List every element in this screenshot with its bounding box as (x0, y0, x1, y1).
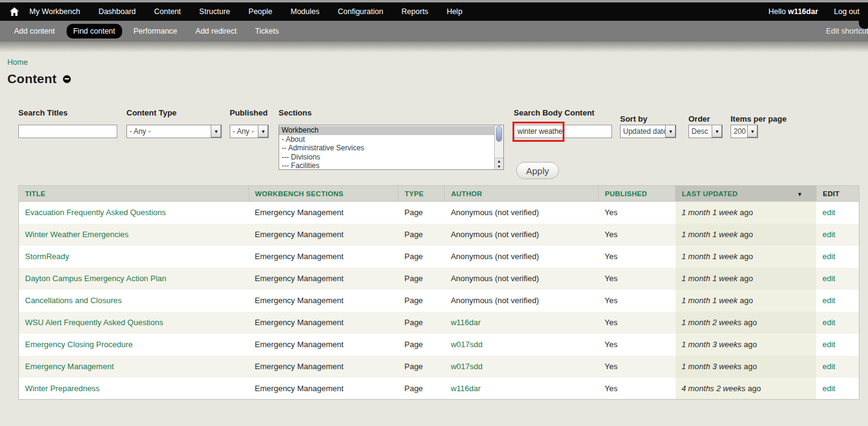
shortcut-item-add-redirect[interactable]: Add redirect (189, 24, 243, 39)
table-row: Winter PreparednessEmergency ManagementP… (19, 378, 859, 400)
toolbar-item-people[interactable]: People (249, 7, 272, 16)
scrollbar-thumb[interactable] (496, 126, 502, 142)
title-link[interactable]: Cancellations and Closures (25, 296, 122, 305)
cell-type: Page (398, 246, 445, 268)
sections-listbox[interactable]: Workbench- About-- Administrative Servic… (279, 125, 504, 170)
edit-link[interactable]: edit (822, 208, 835, 217)
search-body-input[interactable] (514, 125, 612, 138)
title-link[interactable]: WSU Alert Frequently Asked Questions (25, 318, 163, 327)
column-header-published[interactable]: PUBLISHED (599, 186, 676, 202)
cell-author: Anonymous (not verified) (445, 268, 599, 290)
edit-link[interactable]: edit (822, 296, 835, 305)
home-icon[interactable] (7, 6, 21, 18)
updated-relative-time: 1 month 1 week (682, 252, 738, 261)
scroll-down-icon[interactable]: ▼ (497, 164, 501, 169)
cell-workbench-section: Emergency Management (249, 312, 398, 334)
logout-link[interactable]: Log out (834, 7, 859, 16)
table-header-row: TITLE WORKBENCH SECTIONS TYPE AUTHOR PUB… (19, 186, 859, 202)
edit-link[interactable]: edit (822, 230, 835, 239)
edit-link[interactable]: edit (822, 252, 835, 261)
title-link[interactable]: Winter Preparedness (25, 384, 100, 393)
section-option-administrative-services[interactable]: -- Administrative Services (279, 144, 494, 153)
section-option-facilities[interactable]: --- Facilities (279, 161, 494, 169)
published-select[interactable]: - Any - ▼ (230, 125, 269, 138)
column-header-author[interactable]: AUTHOR (445, 186, 599, 202)
toolbar-item-structure[interactable]: Structure (199, 7, 230, 16)
edit-link[interactable]: edit (822, 362, 835, 371)
edit-link[interactable]: edit (822, 384, 835, 393)
cell-published: Yes (599, 202, 676, 224)
apply-button[interactable]: Apply (516, 162, 559, 179)
items-per-page-select[interactable]: 200 ▼ (731, 125, 758, 138)
author-link[interactable]: w017sdd (451, 362, 483, 371)
column-header-workbench-sections[interactable]: WORKBENCH SECTIONS (249, 186, 398, 202)
edit-link[interactable]: edit (822, 318, 835, 327)
cell-edit: edit (816, 246, 859, 268)
toolbar-item-configuration[interactable]: Configuration (338, 7, 383, 16)
sort-by-label: Sort by (620, 114, 647, 123)
author-link[interactable]: w017sdd (451, 340, 483, 349)
author-link[interactable]: w116dar (451, 318, 481, 327)
content-type-select[interactable]: - Any - ▼ (126, 125, 222, 138)
search-body-label: Search Body Content (514, 108, 594, 117)
scroll-up-icon[interactable]: ▲ (497, 158, 501, 164)
title-link[interactable]: Emergency Management (25, 362, 114, 371)
column-header-type[interactable]: TYPE (398, 186, 445, 202)
cell-type: Page (398, 202, 445, 224)
updated-relative-time: 1 month 1 week (682, 296, 738, 305)
published-value: - Any - (230, 127, 258, 136)
order-select[interactable]: Desc ▼ (688, 125, 723, 138)
page-header: Home Content (0, 53, 868, 86)
admin-toolbar: My WorkbenchDashboardContentStructurePeo… (0, 2, 868, 21)
edit-shortcuts-link[interactable]: Edit shortcuts (826, 21, 868, 42)
toolbar-item-modules[interactable]: Modules (291, 7, 319, 16)
toolbar-item-help[interactable]: Help (447, 7, 462, 16)
cell-author: w017sdd (445, 356, 599, 378)
section-option-about[interactable]: - About (279, 135, 494, 144)
author-link[interactable]: w116dar (451, 384, 481, 393)
search-titles-input[interactable] (18, 125, 117, 138)
cell-author: Anonymous (not verified) (445, 290, 599, 312)
title-link[interactable]: Winter Weather Emergencies (25, 230, 129, 239)
sections-label: Sections (279, 108, 312, 117)
edit-link[interactable]: edit (822, 274, 835, 283)
title-link[interactable]: Emergency Closing Procedure (25, 340, 133, 349)
table-body: Evacuation Frequently Asked QuestionsEme… (19, 202, 859, 400)
chevron-down-icon: ▼ (258, 125, 268, 138)
shortcut-item-find-content[interactable]: Find content (67, 24, 122, 39)
scrollbar-arrows[interactable]: ▲▼ (495, 158, 503, 169)
cell-type: Page (398, 378, 445, 400)
title-link[interactable]: Evacuation Frequently Asked Questions (25, 208, 166, 217)
collapse-descriptions-icon[interactable] (63, 75, 71, 83)
cell-title: Emergency Closing Procedure (19, 334, 249, 356)
order-label: Order (688, 114, 710, 123)
toolbar-item-reports[interactable]: Reports (401, 7, 428, 16)
breadcrumb-home-link[interactable]: Home (7, 58, 27, 67)
section-option-workbench[interactable]: Workbench (279, 126, 494, 135)
column-header-title[interactable]: TITLE (19, 186, 249, 202)
toolbar-item-my-workbench[interactable]: My Workbench (29, 7, 80, 16)
edit-link[interactable]: edit (822, 340, 835, 349)
cell-edit: edit (816, 378, 859, 400)
cell-edit: edit (816, 268, 859, 290)
shortcut-item-performance[interactable]: Performance (127, 24, 184, 39)
section-option-divisions[interactable]: --- Divisions (279, 153, 494, 162)
cell-title: Winter Weather Emergencies (19, 224, 249, 246)
sort-by-value: Updated date (621, 127, 665, 136)
title-link[interactable]: StormReady (25, 252, 69, 261)
cell-author: w116dar (445, 378, 599, 400)
sort-by-select[interactable]: Updated date ▼ (620, 125, 676, 138)
filters-panel: Search Titles Content Type - Any - ▼ Pub… (0, 106, 868, 185)
toolbar-item-content[interactable]: Content (154, 7, 181, 16)
sections-scrollbar[interactable]: ▲▼ (494, 125, 503, 169)
shortcut-item-tickets[interactable]: Tickets (248, 24, 285, 39)
toolbar-shadow (0, 42, 868, 53)
cell-last-updated: 1 month 2 weeks ago (676, 312, 817, 334)
cell-published: Yes (599, 334, 676, 356)
column-header-last-updated[interactable]: LAST UPDATED ▼ (676, 186, 817, 202)
updated-relative-time: 1 month 3 weeks (682, 362, 742, 371)
shortcut-item-add-content[interactable]: Add content (7, 24, 62, 39)
cell-author: w116dar (445, 312, 599, 334)
title-link[interactable]: Dayton Campus Emergency Action Plan (25, 274, 166, 283)
toolbar-item-dashboard[interactable]: Dashboard (98, 7, 136, 16)
